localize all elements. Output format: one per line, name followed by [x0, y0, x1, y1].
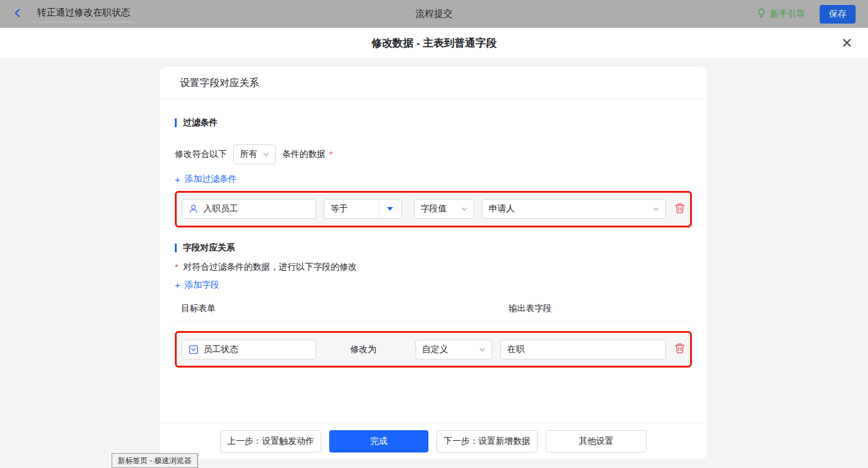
match-prefix-label: 修改符合以下	[175, 149, 227, 160]
caret-down-icon	[387, 207, 393, 211]
plus-icon: +	[175, 174, 180, 185]
mapping-column-headers: 目标表单 输出表字段	[175, 299, 692, 322]
panel-header-title: 设置字段对应关系	[160, 67, 707, 99]
filter-value-select[interactable]: 申请人	[482, 199, 666, 219]
other-settings-button[interactable]: 其他设置	[546, 430, 647, 453]
trash-icon	[675, 203, 685, 216]
delete-filter-row-button[interactable]	[675, 203, 685, 216]
mapping-description-row: * 对符合过滤条件的数据，进行以下字段的修改	[175, 262, 692, 273]
guide-label: 新手引导	[770, 9, 805, 20]
filter-value-type-select[interactable]: 字段值	[414, 199, 475, 219]
mapping-row-highlighted: 员工状态 修改为 自定义 在职	[175, 331, 692, 368]
chevron-down-icon	[262, 151, 270, 158]
modal-header: 修改数据 - 主表到普通字段 ✕	[0, 28, 868, 59]
chevron-down-icon	[479, 346, 486, 353]
delete-mapping-row-button[interactable]	[675, 343, 685, 356]
filter-match-row: 修改符合以下 所有 条件的数据 *	[175, 144, 692, 164]
chevron-down-icon	[461, 205, 468, 213]
lightbulb-icon	[756, 8, 766, 20]
filter-operator-select[interactable]: 等于	[324, 199, 401, 219]
section-accent-bar	[175, 118, 177, 127]
panel-body: 过滤条件 修改符合以下 所有 条件的数据 * + 添加过滤条件	[160, 117, 707, 368]
process-submit-title: 流程提交	[415, 8, 453, 20]
panel-footer: 上一步：设置触发动作 完成 下一步：设置新增数据 其他设置	[160, 423, 707, 459]
mapping-section-title: 字段对应关系	[175, 242, 692, 254]
done-button[interactable]: 完成	[329, 430, 428, 453]
mapping-description: 对符合过滤条件的数据，进行以下字段的修改	[183, 262, 356, 273]
back-chevron-icon	[12, 7, 24, 21]
section-accent-bar	[175, 244, 177, 252]
chevron-down-icon	[652, 205, 660, 213]
custom-value-input[interactable]: 在职	[500, 340, 666, 360]
add-filter-condition-link[interactable]: + 添加过滤条件	[175, 174, 237, 185]
target-field-input[interactable]: 员工状态	[182, 340, 316, 360]
modify-mode-select[interactable]: 自定义	[415, 340, 492, 360]
beginner-guide-button[interactable]: 新手引导	[756, 8, 805, 20]
select-field-icon	[188, 345, 198, 355]
operator-caret-button[interactable]	[379, 200, 401, 218]
settings-panel: 设置字段对应关系 过滤条件 修改符合以下 所有 条件的数据 * + 添加过滤条件	[160, 67, 707, 459]
close-icon[interactable]: ✕	[839, 36, 854, 51]
next-step-button[interactable]: 下一步：设置新增数据	[436, 430, 538, 453]
filter-section-title: 过滤条件	[175, 117, 692, 128]
required-asterisk: *	[175, 262, 178, 272]
required-asterisk: *	[329, 149, 332, 159]
plus-icon: +	[175, 280, 180, 290]
filter-field-input[interactable]: 入职员工	[182, 199, 316, 219]
prev-step-button[interactable]: 上一步：设置触发动作	[220, 430, 321, 453]
save-button[interactable]: 保存	[820, 5, 856, 24]
output-field-column-header: 输出表字段	[508, 303, 552, 314]
top-bar: 转正通过修改在职状态 流程提交 新手引导 保存	[0, 0, 868, 28]
trash-icon	[675, 343, 685, 356]
match-scope-select[interactable]: 所有	[233, 144, 276, 164]
topbar-right: 新手引导 保存	[756, 5, 856, 24]
member-field-icon	[188, 204, 198, 214]
browser-status-tooltip: 新标签页 - 极速浏览器	[112, 453, 198, 468]
workflow-title[interactable]: 转正通过修改在职状态	[32, 6, 135, 22]
match-suffix-label: 条件的数据	[282, 149, 326, 160]
modify-to-label: 修改为	[350, 344, 380, 355]
target-form-column-header: 目标表单	[181, 303, 508, 314]
add-field-link[interactable]: + 添加字段	[175, 280, 219, 291]
modal-title: 修改数据 - 主表到普通字段	[371, 36, 497, 50]
back-button[interactable]	[12, 7, 24, 21]
filter-condition-row-highlighted: 入职员工 等于 字段值 申请人	[175, 191, 692, 227]
